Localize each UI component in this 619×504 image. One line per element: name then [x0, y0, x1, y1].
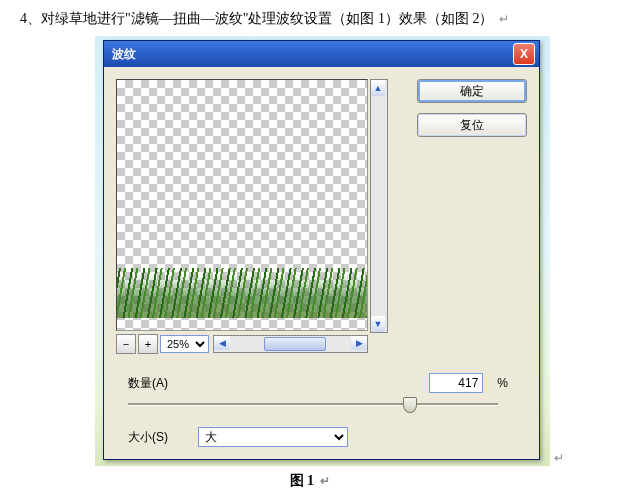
reset-button[interactable]: 复位 — [417, 113, 527, 137]
size-select[interactable]: 大 — [198, 427, 348, 447]
preview-canvas[interactable] — [116, 79, 368, 331]
return-mark: ↵ — [554, 451, 564, 466]
slider-track — [128, 403, 498, 406]
instruction-text: 4、对绿草地进行"滤镜—扭曲—波纹"处理波纹设置（如图 1）效果（如图 2） — [20, 11, 493, 26]
amount-unit: % — [497, 376, 508, 390]
grass-preview — [117, 268, 367, 318]
scroll-thumb[interactable] — [264, 337, 326, 351]
amount-slider[interactable] — [128, 397, 498, 411]
dialog-titlebar[interactable]: 波纹 X — [104, 41, 539, 67]
horizontal-scrollbar[interactable]: ◀ ▶ — [213, 335, 368, 353]
ok-button[interactable]: 确定 — [417, 79, 527, 103]
zoom-out-button[interactable]: − — [116, 334, 136, 354]
scroll-left-icon[interactable]: ◀ — [214, 336, 230, 350]
vertical-scrollbar[interactable]: ▲ ▼ — [370, 79, 388, 333]
figure-caption: 图 1 — [290, 473, 315, 488]
desktop-background: 波纹 X − + 25% ◀ — [95, 36, 550, 466]
return-mark: ↵ — [320, 474, 330, 488]
ripple-dialog: 波纹 X − + 25% ◀ — [103, 40, 540, 460]
scroll-down-icon[interactable]: ▼ — [371, 316, 385, 332]
return-mark: ↵ — [499, 12, 509, 26]
slider-thumb[interactable] — [403, 397, 417, 413]
size-label: 大小(S) — [128, 429, 188, 446]
scroll-up-icon[interactable]: ▲ — [371, 80, 385, 96]
scroll-right-icon[interactable]: ▶ — [351, 336, 367, 350]
zoom-select[interactable]: 25% — [160, 335, 209, 353]
dialog-title: 波纹 — [112, 46, 513, 63]
amount-label: 数量(A) — [128, 375, 188, 392]
amount-input[interactable] — [429, 373, 483, 393]
zoom-in-button[interactable]: + — [138, 334, 158, 354]
close-button[interactable]: X — [513, 43, 535, 65]
